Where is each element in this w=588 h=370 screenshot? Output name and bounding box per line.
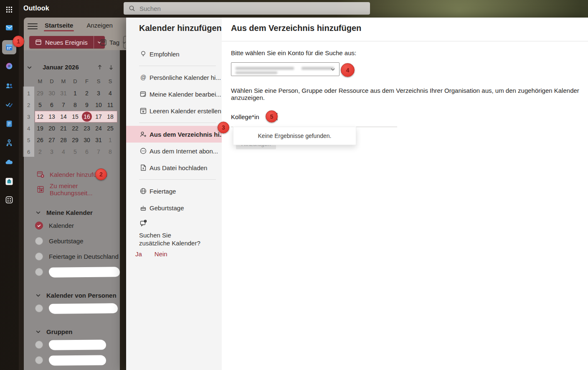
unchecked-circle-icon[interactable] — [35, 304, 43, 312]
calendar-list-item[interactable]: Geburtstage — [24, 233, 120, 249]
menu-item[interactable]: Leeren Kalender erstellen — [126, 102, 222, 119]
mini-day-cell[interactable]: 2 — [34, 146, 46, 158]
mini-day-cell[interactable]: 20 — [46, 122, 58, 134]
unchecked-circle-icon[interactable] — [35, 356, 43, 364]
rail-item-org-explorer[interactable] — [2, 136, 16, 150]
mini-day-cell[interactable]: 30 — [81, 134, 93, 146]
redacted-label — [49, 303, 118, 314]
calendar-list-item[interactable] — [24, 264, 120, 280]
mini-day-cell[interactable]: 25 — [104, 122, 116, 134]
menu-item[interactable]: @Persönliche Kalender hi... — [126, 69, 222, 86]
rail-item-pinned-app[interactable] — [2, 174, 16, 189]
menu-divider — [126, 176, 222, 183]
search-input[interactable] — [139, 5, 339, 13]
menu-item[interactable]: Aus dem Verzeichnis hi... — [126, 126, 222, 143]
mini-day-cell[interactable]: 26 — [34, 134, 46, 146]
mini-day-cell[interactable]: 19 — [34, 122, 46, 134]
rail-item-notes[interactable] — [2, 117, 16, 131]
tab-label: Startseite — [45, 22, 73, 29]
menu-item[interactable]: Geburtstage — [126, 199, 222, 216]
mini-day-cell[interactable]: 10 — [93, 99, 104, 111]
bookings-link[interactable]: Zu meiner Buchungsseit... — [24, 182, 120, 197]
mini-day-cell[interactable]: 24 — [93, 122, 104, 134]
search-bar[interactable] — [124, 2, 370, 15]
tab-startseite[interactable]: Startseite — [44, 20, 74, 32]
rail-item-onedrive[interactable] — [2, 155, 16, 169]
mini-day-cell[interactable]: 16 — [81, 111, 93, 122]
mini-day-cell[interactable]: 8 — [69, 99, 81, 111]
calendar-list-item[interactable] — [24, 352, 120, 368]
unchecked-circle-icon[interactable] — [35, 341, 43, 349]
chevron-down-icon — [35, 292, 41, 299]
new-event-button[interactable]: Neues Ereignis — [29, 36, 105, 48]
menu-item[interactable]: Meine Kalender bearbei... — [126, 86, 222, 102]
mini-day-cell[interactable]: 28 — [58, 134, 69, 146]
calendar-list-item[interactable] — [24, 337, 120, 352]
mini-day-cell[interactable]: 5 — [69, 146, 81, 158]
mini-day-cell[interactable]: 6 — [46, 99, 58, 111]
mini-day-cell[interactable]: 30 — [46, 87, 58, 99]
mini-day-cell[interactable]: 4 — [58, 146, 69, 158]
unchecked-circle-icon[interactable] — [35, 237, 43, 245]
rail-item-todo[interactable] — [2, 97, 16, 112]
previous-month-icon[interactable] — [96, 64, 103, 71]
mini-day-cell[interactable]: 3 — [46, 146, 58, 158]
mini-day-cell[interactable]: 31 — [93, 134, 104, 146]
collapse-calendar-icon[interactable] — [26, 64, 33, 71]
unchecked-circle-icon[interactable] — [35, 268, 43, 276]
mini-day-cell[interactable]: 6 — [81, 146, 93, 158]
mini-day-cell[interactable]: 14 — [58, 111, 69, 122]
account-dropdown[interactable] — [231, 62, 340, 76]
checked-circle-icon[interactable] — [35, 222, 43, 230]
mini-day-cell[interactable]: 1 — [69, 87, 81, 99]
mini-day-cell[interactable]: 1 — [104, 134, 116, 146]
menu-item[interactable]: Empfohlen — [126, 46, 222, 62]
mini-day-cell[interactable]: 2 — [81, 87, 93, 99]
calendar-list-item[interactable] — [24, 301, 120, 316]
mini-day-cell[interactable]: 18 — [104, 111, 116, 122]
mini-day-cell[interactable]: 8 — [104, 146, 116, 158]
mini-day-cell[interactable]: 7 — [58, 99, 69, 111]
rail-item-copilot[interactable] — [2, 59, 16, 73]
mini-day-cell[interactable]: 5 — [34, 99, 46, 111]
copilot-icon — [5, 61, 14, 71]
mini-day-cell[interactable]: 17 — [93, 111, 104, 122]
menu-item[interactable]: Aus dem Internet abon... — [126, 143, 222, 159]
mini-day-cell[interactable]: 23 — [81, 122, 93, 134]
mini-day-cell[interactable]: 27 — [46, 134, 58, 146]
unchecked-circle-icon[interactable] — [35, 253, 43, 260]
mini-day-cell[interactable]: 7 — [93, 146, 104, 158]
day-header-corner — [23, 76, 34, 87]
mini-day-cell[interactable]: 21 — [58, 122, 69, 134]
mini-day-cell[interactable]: 12 — [34, 111, 46, 122]
mini-day-cell[interactable]: 11 — [104, 99, 116, 111]
mini-day-cell[interactable]: 31 — [58, 87, 69, 99]
calendar-name: Geburtstage — [49, 237, 84, 245]
mini-day-cell[interactable]: 29 — [69, 134, 81, 146]
svg-text:@: @ — [140, 74, 146, 81]
menu-item[interactable]: Feiertage — [126, 183, 222, 199]
mini-day-cell[interactable]: 29 — [34, 87, 46, 99]
mini-day-cell[interactable]: 3 — [93, 87, 104, 99]
tab-anzeigen[interactable]: Anzeigen — [86, 20, 114, 32]
section-header[interactable]: Gruppen — [24, 326, 120, 337]
mini-day-cell[interactable]: 4 — [104, 87, 116, 99]
mini-day-cell[interactable]: 15 — [69, 111, 81, 122]
mini-day-cell[interactable]: 9 — [81, 99, 93, 111]
section-header[interactable]: Meine Kalender — [24, 207, 120, 218]
next-month-icon[interactable] — [108, 64, 114, 71]
hamburger-menu-icon[interactable] — [28, 22, 38, 30]
mini-day-cell[interactable]: 13 — [46, 111, 58, 122]
prompt-actions: JaNein — [126, 247, 222, 258]
section-header[interactable]: Kalender von Personen — [24, 290, 120, 301]
no-link[interactable]: Nein — [155, 250, 167, 258]
calendar-list-item[interactable]: Kalender — [24, 218, 120, 233]
rail-item-people[interactable] — [2, 79, 16, 93]
yes-link[interactable]: Ja — [135, 250, 142, 258]
mini-day-cell[interactable]: 22 — [69, 122, 81, 134]
day-view-label: Tag — [109, 39, 119, 46]
rail-item-more-apps[interactable] — [2, 193, 16, 207]
rail-item-mail[interactable] — [2, 20, 16, 35]
calendar-list-item[interactable]: Feiertage in Deutschland — [24, 249, 120, 264]
menu-item[interactable]: Aus Datei hochladen — [126, 159, 222, 176]
